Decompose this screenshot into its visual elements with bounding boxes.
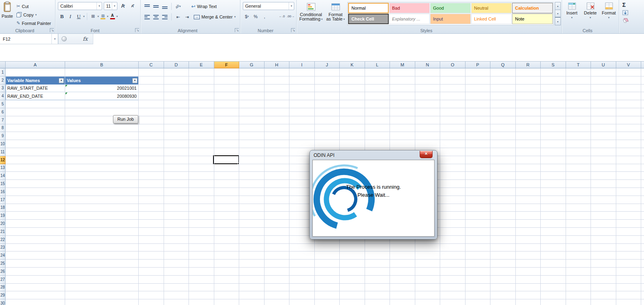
row-header-20[interactable]: 20 (0, 220, 6, 228)
fill-color-dropdown-icon[interactable]: ▾ (107, 15, 109, 18)
row-header-13[interactable]: 13 (0, 164, 6, 172)
insert-function-button[interactable]: fx (83, 36, 88, 42)
column-header-L[interactable]: L (365, 62, 390, 68)
column-header-N[interactable]: N (415, 62, 441, 68)
name-box-dropdown-icon[interactable]: ▾ (51, 34, 58, 44)
select-all-corner[interactable] (0, 62, 6, 68)
cell-style-normal[interactable]: Normal (348, 3, 389, 13)
row-header-5[interactable]: 5 (0, 100, 6, 108)
column-header-I[interactable]: I (289, 62, 315, 68)
font-name-combo[interactable]: Calibri ▾ (58, 2, 102, 10)
gallery-scroll-down-icon[interactable]: ▾ (555, 10, 561, 17)
dialog-close-button[interactable]: × (420, 151, 433, 158)
cell-style-neutral[interactable]: Neutral (471, 3, 512, 13)
font-color-button[interactable]: A (109, 12, 116, 20)
cell-B3[interactable]: 20021001 (65, 84, 139, 93)
autosum-button[interactable]: Σ (622, 2, 644, 8)
cell-A3[interactable]: RAW_START_DATE (6, 84, 65, 93)
increase-decimal-button[interactable]: ←.0 (278, 12, 286, 20)
cell-A4[interactable]: RAW_END_DATE (6, 92, 65, 100)
row-header-18[interactable]: 18 (0, 204, 6, 212)
column-header-Q[interactable]: Q (490, 62, 516, 68)
column-header-A[interactable]: A (6, 62, 65, 68)
fill-button[interactable] (622, 10, 629, 16)
format-painter-button[interactable]: ✎ Format Painter (14, 20, 53, 27)
alignment-dialog-launcher-icon[interactable]: ↘ (235, 28, 239, 32)
format-as-table-button[interactable]: Format as Table▾ (325, 2, 346, 33)
row-header-14[interactable]: 14 (0, 172, 6, 180)
borders-button[interactable]: ⊞ (89, 12, 97, 20)
delete-cells-button[interactable]: Delete ▾ (582, 2, 599, 33)
cell-style-linked-cell[interactable]: Linked Cell (471, 14, 512, 24)
gallery-scroll-up-icon[interactable]: ▴ (555, 2, 561, 10)
row-header-4[interactable]: 4 (0, 92, 6, 100)
increase-indent-button[interactable]: ⇥ (183, 13, 191, 21)
align-center-button[interactable] (152, 13, 160, 21)
row-header-21[interactable]: 21 (0, 228, 6, 236)
column-header-R[interactable]: R (516, 62, 541, 68)
row-header-29[interactable]: 29 (0, 291, 6, 299)
fill-color-button[interactable]: ▨ (99, 12, 107, 20)
row-header-26[interactable]: 26 (0, 268, 6, 276)
bold-button[interactable]: B (58, 12, 66, 20)
column-header-S[interactable]: S (541, 62, 566, 68)
formula-input[interactable] (93, 34, 644, 44)
underline-button[interactable]: U (75, 12, 83, 20)
grow-font-button[interactable]: A▴ (119, 2, 127, 10)
copy-button[interactable]: Copy ▾ (14, 11, 53, 18)
cell-B4[interactable]: 20080930 (65, 92, 139, 100)
number-dialog-launcher-icon[interactable]: ↘ (291, 28, 295, 32)
comma-style-button[interactable]: , (260, 12, 269, 20)
column-header-O[interactable]: O (440, 62, 466, 68)
column-header-B[interactable]: B (65, 62, 139, 68)
italic-button[interactable]: I (66, 12, 74, 20)
shrink-font-button[interactable]: A▾ (129, 2, 137, 10)
table-header-values[interactable]: Values ▼ (65, 76, 139, 84)
column-header-K[interactable]: K (340, 62, 365, 68)
accounting-format-button[interactable]: $▾ (243, 12, 251, 20)
font-size-combo[interactable]: 11 ▾ (104, 2, 117, 10)
paste-button[interactable]: Paste (1, 1, 14, 27)
filter-dropdown-icon[interactable]: ▼ (59, 78, 64, 83)
column-header-J[interactable]: J (315, 62, 340, 68)
column-header-H[interactable]: H (265, 62, 290, 68)
name-box[interactable]: F12 ▾ (0, 34, 58, 44)
row-header-10[interactable]: 10 (0, 140, 6, 148)
align-bottom-button[interactable] (161, 3, 169, 10)
decrease-indent-button[interactable]: ⇤ (174, 13, 182, 21)
align-top-button[interactable] (143, 3, 151, 10)
row-header-25[interactable]: 25 (0, 260, 6, 268)
row-header-6[interactable]: 6 (0, 108, 6, 116)
cell-style-bad[interactable]: Bad (389, 3, 430, 13)
filter-dropdown-icon[interactable]: ▼ (132, 78, 137, 83)
cut-button[interactable]: ✂ Cut (14, 3, 53, 10)
row-header-2[interactable]: 2 (0, 76, 6, 84)
row-header-17[interactable]: 17 (0, 196, 6, 204)
percent-style-button[interactable]: % (252, 12, 260, 20)
row-header-15[interactable]: 15 (0, 180, 6, 188)
row-header-24[interactable]: 24 (0, 251, 6, 260)
column-header-F[interactable]: F (214, 62, 240, 68)
run-job-button[interactable]: Run Job (113, 115, 138, 124)
row-header-23[interactable]: 23 (0, 244, 6, 252)
clear-button[interactable] (622, 18, 629, 23)
conditional-formatting-button[interactable]: Conditional Formatting▾ (298, 2, 324, 33)
cell-style-check-cell[interactable]: Check Cell (348, 14, 389, 24)
clipboard-dialog-launcher-icon[interactable]: ↘ (50, 28, 54, 32)
insert-cells-button[interactable]: Insert ▾ (563, 2, 581, 33)
decrease-decimal-button[interactable]: .00→ (287, 12, 295, 20)
column-header-T[interactable]: T (566, 62, 591, 68)
dialog-title-bar[interactable]: ODIN API (310, 150, 437, 160)
underline-dropdown-icon[interactable]: ▾ (83, 15, 85, 18)
merge-center-button[interactable]: ↔ Merge & Center ▾ (192, 14, 238, 20)
borders-dropdown-icon[interactable]: ▾ (98, 15, 99, 18)
font-color-dropdown-icon[interactable]: ▾ (117, 15, 118, 18)
column-header-E[interactable]: E (189, 62, 214, 68)
row-header-30[interactable]: 30 (0, 299, 6, 305)
column-header-C[interactable]: C (139, 62, 164, 68)
row-header-27[interactable]: 27 (0, 276, 6, 284)
row-header-12[interactable]: 12 (0, 156, 6, 164)
table-header-variable-names[interactable]: Variable Names ▼ (6, 76, 65, 84)
cell-style-note[interactable]: Note (512, 14, 553, 24)
row-header-1[interactable]: 1 (0, 68, 6, 76)
